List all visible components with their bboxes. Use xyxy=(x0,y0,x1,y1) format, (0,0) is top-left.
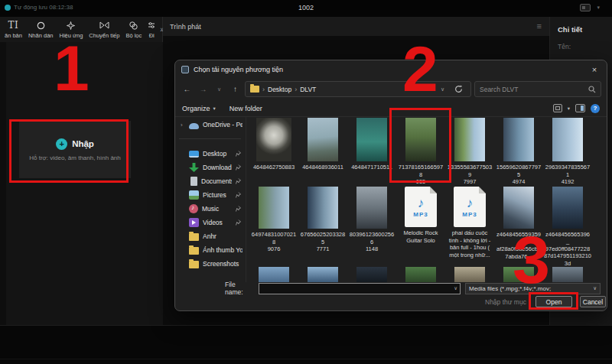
folder-icon xyxy=(189,233,199,241)
expand-icon[interactable]: › xyxy=(181,122,185,128)
search-box[interactable] xyxy=(474,81,601,97)
sidebar-item-music[interactable]: Music xyxy=(179,202,243,216)
file-item[interactable]: 4648471710511 xyxy=(347,118,396,187)
file-item[interactable]: 4648462750883 xyxy=(249,118,298,187)
file-thumbnail xyxy=(259,267,289,282)
close-icon[interactable]: × xyxy=(582,60,607,78)
tab-text[interactable]: TI ăn bản xyxy=(2,17,25,42)
effects-star-icon xyxy=(67,21,75,31)
file-item[interactable]: z4648456565396_ 97ed0ff08477228 87d14795… xyxy=(543,187,592,267)
file-name: 803961236002566 1148 xyxy=(348,231,396,253)
address-dropdown-icon[interactable]: ∨ xyxy=(438,86,448,93)
tab-filters[interactable]: Bộ lọc xyxy=(122,17,145,42)
new-folder-button[interactable]: New folder xyxy=(230,105,262,112)
file-item-mp3[interactable]: ♪ MP3 Melodic Rock Guitar Solo xyxy=(396,187,445,267)
import-folder-button[interactable]: Nhập thư mục xyxy=(485,298,526,306)
music-note-icon: ♪ xyxy=(467,197,474,210)
file-name: phai dấu cuộc tình - không lời - bản ful… xyxy=(446,229,493,258)
file-thumbnail xyxy=(454,267,485,282)
media-import-panel: + Nhập Hỗ trợ: video, âm thanh, hình ảnh xyxy=(6,42,163,325)
menu-icon[interactable]: ≡ xyxy=(537,21,542,31)
sidebar-item-pictures[interactable]: Pictures xyxy=(179,188,243,202)
file-name-combo[interactable]: ∨ xyxy=(259,283,461,294)
help-icon[interactable]: ? xyxy=(591,104,600,113)
folder-icon xyxy=(189,261,199,268)
search-input[interactable] xyxy=(480,86,588,93)
breadcrumb-desktop[interactable]: Desktop xyxy=(268,86,291,93)
sidebar-label: Documents xyxy=(201,177,232,185)
preview-pane-icon[interactable] xyxy=(575,104,585,112)
file-thumbnail xyxy=(405,118,436,161)
file-item[interactable]: 296393478355671 4192 xyxy=(543,118,592,187)
details-title: Chi tiết xyxy=(558,25,582,34)
layout-switch-icon[interactable] xyxy=(580,4,591,11)
file-item[interactable]: 649748310070218 9076 xyxy=(249,187,298,267)
pin-icon xyxy=(236,151,241,157)
file-item-selected[interactable]: 713781651665978 055 xyxy=(396,118,445,187)
sidebar-item-anhr[interactable]: Anhr xyxy=(179,229,243,243)
file-item[interactable] xyxy=(347,267,396,282)
file-item[interactable]: 156596208677975 4974 xyxy=(494,118,543,187)
tab-stickers-label: Nhãn dán xyxy=(28,32,54,39)
tab-adjust-label: Đi xyxy=(149,32,155,39)
tab-transitions-label: Chuyển tiếp xyxy=(89,32,119,39)
import-dropzone[interactable]: + Nhập Hỗ trợ: video, âm thanh, hình ảnh xyxy=(19,121,131,178)
open-button[interactable]: Open xyxy=(536,296,572,307)
mp3-file-icon: ♪ MP3 xyxy=(454,187,486,227)
sidebar-item-downloads[interactable]: Downloads xyxy=(179,161,243,174)
file-name: z4648456565396_ 97ed0ff08477228 87d14795… xyxy=(544,231,591,268)
view-mode-icon[interactable] xyxy=(553,104,562,112)
folder-icon xyxy=(189,247,199,255)
up-icon[interactable]: ↑ xyxy=(229,83,242,96)
cancel-button[interactable]: Cancel xyxy=(580,296,606,307)
tab-stickers[interactable]: Nhãn dán xyxy=(25,17,57,42)
file-item[interactable]: 133555836775039 7997 xyxy=(445,118,494,187)
file-item[interactable]: 676560252033285 7771 xyxy=(298,187,347,267)
sidebar-item-anh-thumb[interactable]: Ảnh thumb You xyxy=(179,243,243,257)
tab-transitions[interactable]: Chuyển tiếp xyxy=(86,17,122,42)
sidebar-item-onedrive[interactable]: › OneDrive - Pers xyxy=(179,117,243,132)
sidebar-item-videos[interactable]: Videos xyxy=(179,216,243,229)
file-item[interactable] xyxy=(298,267,347,282)
file-thumbnail xyxy=(552,118,583,161)
dialog-titlebar[interactable]: Chọn tải nguyên phương tiện × xyxy=(175,60,607,78)
file-item[interactable] xyxy=(249,267,298,282)
pin-icon xyxy=(236,178,241,184)
breadcrumb-dlvt[interactable]: DLVT xyxy=(300,86,316,93)
file-item-mp3[interactable]: ♪ MP3 phai dấu cuộc tình - không lời - b… xyxy=(445,187,494,267)
file-item[interactable] xyxy=(445,267,494,282)
file-thumbnail xyxy=(503,267,534,282)
breadcrumb-separator: › xyxy=(262,86,265,93)
file-item[interactable] xyxy=(543,267,592,282)
back-icon[interactable]: ← xyxy=(181,83,194,96)
file-item[interactable]: z4648456559359_ af28a0f5be56cb1 7abda76.… xyxy=(494,187,543,267)
sidebar-item-documents[interactable]: Documents xyxy=(179,174,243,188)
onedrive-cloud-icon xyxy=(189,123,199,129)
sidebar-label: Screenshots xyxy=(203,260,243,268)
file-item[interactable] xyxy=(396,267,445,282)
refresh-icon[interactable] xyxy=(451,85,466,93)
file-name: 4648471710511 xyxy=(348,164,396,171)
breadcrumb[interactable]: › Desktop › DLVT ∨ xyxy=(245,81,471,97)
file-thumbnail xyxy=(503,118,534,161)
organize-button[interactable]: Organize ▾ xyxy=(182,105,216,112)
file-item[interactable]: 4648468936011 xyxy=(298,118,347,187)
file-name-input[interactable] xyxy=(259,284,454,294)
recent-locations-icon[interactable]: ∨ xyxy=(213,83,226,96)
tab-effects[interactable]: Hiệu ứng xyxy=(56,17,86,42)
view-mode-dropdown-icon[interactable]: ▾ xyxy=(568,106,570,112)
sidebar-item-screenshots[interactable]: Screenshots xyxy=(179,257,243,271)
tab-adjust[interactable]: Đi xyxy=(145,17,158,42)
file-thumbnail xyxy=(552,267,583,282)
chevron-down-icon[interactable]: ▾ xyxy=(597,5,600,11)
media-toolbar: TI ăn bản Nhãn dán Hiệu ứng Chuyển tiếp xyxy=(0,17,163,42)
file-type-dropdown[interactable]: Media files (*.mpg;*.f4v;*.mov; ∨ xyxy=(465,283,601,294)
file-item[interactable] xyxy=(494,267,543,282)
chevron-down-icon[interactable]: ∨ xyxy=(454,285,460,291)
forward-icon[interactable]: → xyxy=(197,83,210,96)
pin-icon xyxy=(236,192,241,198)
file-name: z4648456559359_ af28a0f5be56cb1 7abda76.… xyxy=(495,231,542,260)
file-item[interactable]: 803961236002566 1148 xyxy=(347,187,396,267)
documents-icon xyxy=(190,177,197,186)
sidebar-item-desktop[interactable]: Desktop xyxy=(179,147,243,161)
